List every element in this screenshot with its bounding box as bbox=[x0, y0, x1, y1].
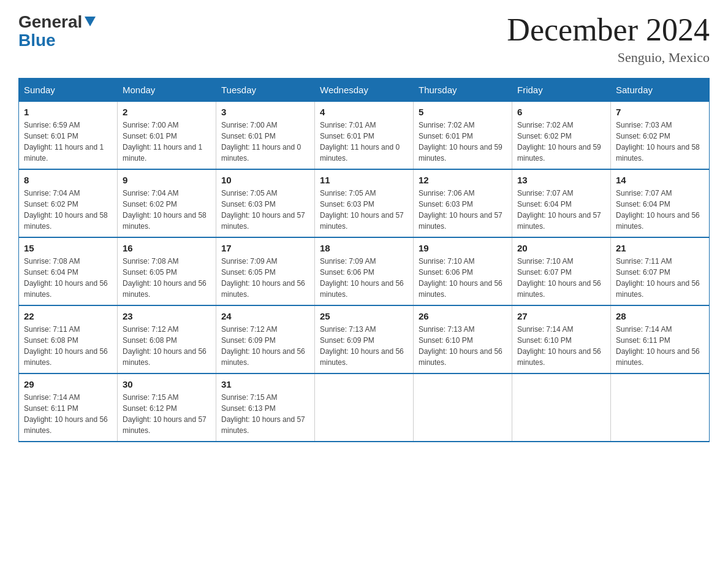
calendar-week-row: 29Sunrise: 7:14 AMSunset: 6:11 PMDayligh… bbox=[19, 373, 710, 442]
calendar-cell: 24Sunrise: 7:12 AMSunset: 6:09 PMDayligh… bbox=[216, 305, 315, 373]
day-number: 11 bbox=[320, 175, 408, 185]
calendar-cell: 22Sunrise: 7:11 AMSunset: 6:08 PMDayligh… bbox=[19, 305, 118, 373]
day-number: 10 bbox=[221, 175, 309, 185]
day-info: Sunrise: 7:14 AMSunset: 6:10 PMDaylight:… bbox=[517, 324, 605, 368]
day-info: Sunrise: 7:00 AMSunset: 6:01 PMDaylight:… bbox=[123, 120, 211, 164]
day-info: Sunrise: 7:08 AMSunset: 6:04 PMDaylight:… bbox=[24, 256, 112, 300]
day-info: Sunrise: 7:10 AMSunset: 6:06 PMDaylight:… bbox=[419, 256, 507, 300]
calendar-cell: 29Sunrise: 7:14 AMSunset: 6:11 PMDayligh… bbox=[19, 373, 118, 442]
header-saturday: Saturday bbox=[611, 79, 710, 102]
day-number: 8 bbox=[24, 175, 112, 185]
day-info: Sunrise: 7:15 AMSunset: 6:13 PMDaylight:… bbox=[221, 392, 309, 436]
calendar-cell: 9Sunrise: 7:04 AMSunset: 6:02 PMDaylight… bbox=[118, 169, 216, 237]
day-number: 27 bbox=[517, 311, 605, 321]
day-info: Sunrise: 7:13 AMSunset: 6:10 PMDaylight:… bbox=[419, 324, 507, 368]
calendar-cell: 14Sunrise: 7:07 AMSunset: 6:04 PMDayligh… bbox=[611, 169, 710, 237]
svg-marker-0 bbox=[85, 17, 96, 26]
day-number: 9 bbox=[123, 175, 211, 185]
header-thursday: Thursday bbox=[414, 79, 512, 102]
day-info: Sunrise: 7:08 AMSunset: 6:05 PMDaylight:… bbox=[123, 256, 211, 300]
calendar-cell: 12Sunrise: 7:06 AMSunset: 6:03 PMDayligh… bbox=[414, 169, 512, 237]
header-friday: Friday bbox=[512, 79, 611, 102]
calendar-cell: 13Sunrise: 7:07 AMSunset: 6:04 PMDayligh… bbox=[512, 169, 611, 237]
day-number: 28 bbox=[616, 311, 704, 321]
day-number: 12 bbox=[419, 175, 507, 185]
day-info: Sunrise: 7:07 AMSunset: 6:04 PMDaylight:… bbox=[517, 188, 605, 232]
day-number: 20 bbox=[517, 243, 605, 253]
calendar-cell: 18Sunrise: 7:09 AMSunset: 6:06 PMDayligh… bbox=[315, 237, 414, 305]
day-number: 16 bbox=[123, 243, 211, 253]
day-number: 1 bbox=[24, 107, 112, 117]
day-info: Sunrise: 7:15 AMSunset: 6:12 PMDaylight:… bbox=[123, 392, 211, 436]
day-info: Sunrise: 7:06 AMSunset: 6:03 PMDaylight:… bbox=[419, 188, 507, 232]
day-info: Sunrise: 7:05 AMSunset: 6:03 PMDaylight:… bbox=[320, 188, 408, 232]
calendar-week-row: 1Sunrise: 6:59 AMSunset: 6:01 PMDaylight… bbox=[19, 102, 710, 170]
day-number: 17 bbox=[221, 243, 309, 253]
day-number: 18 bbox=[320, 243, 408, 253]
day-number: 15 bbox=[24, 243, 112, 253]
day-number: 5 bbox=[419, 107, 507, 117]
calendar-cell: 28Sunrise: 7:14 AMSunset: 6:11 PMDayligh… bbox=[611, 305, 710, 373]
calendar-cell: 25Sunrise: 7:13 AMSunset: 6:09 PMDayligh… bbox=[315, 305, 414, 373]
day-number: 29 bbox=[24, 379, 112, 389]
logo: General Blue bbox=[18, 12, 96, 49]
day-number: 6 bbox=[517, 107, 605, 117]
day-number: 31 bbox=[221, 379, 309, 389]
month-title: December 2024 bbox=[507, 12, 710, 47]
logo-general-text: General bbox=[18, 12, 82, 32]
header-sunday: Sunday bbox=[19, 79, 118, 102]
calendar-cell: 3Sunrise: 7:00 AMSunset: 6:01 PMDaylight… bbox=[216, 102, 315, 170]
calendar-cell: 17Sunrise: 7:09 AMSunset: 6:05 PMDayligh… bbox=[216, 237, 315, 305]
logo-blue-text: Blue bbox=[18, 32, 56, 49]
calendar-cell: 11Sunrise: 7:05 AMSunset: 6:03 PMDayligh… bbox=[315, 169, 414, 237]
location: Senguio, Mexico bbox=[507, 50, 710, 66]
day-number: 14 bbox=[616, 175, 704, 185]
day-info: Sunrise: 7:02 AMSunset: 6:02 PMDaylight:… bbox=[517, 120, 605, 164]
calendar-cell bbox=[414, 373, 512, 442]
day-number: 25 bbox=[320, 311, 408, 321]
calendar-cell: 23Sunrise: 7:12 AMSunset: 6:08 PMDayligh… bbox=[118, 305, 216, 373]
calendar-cell: 27Sunrise: 7:14 AMSunset: 6:10 PMDayligh… bbox=[512, 305, 611, 373]
day-number: 21 bbox=[616, 243, 704, 253]
calendar-week-row: 15Sunrise: 7:08 AMSunset: 6:04 PMDayligh… bbox=[19, 237, 710, 305]
calendar-cell: 16Sunrise: 7:08 AMSunset: 6:05 PMDayligh… bbox=[118, 237, 216, 305]
calendar-header-row: SundayMondayTuesdayWednesdayThursdayFrid… bbox=[19, 79, 710, 102]
day-info: Sunrise: 7:09 AMSunset: 6:05 PMDaylight:… bbox=[221, 256, 309, 300]
day-info: Sunrise: 7:04 AMSunset: 6:02 PMDaylight:… bbox=[123, 188, 211, 232]
calendar-cell bbox=[315, 373, 414, 442]
calendar-cell: 1Sunrise: 6:59 AMSunset: 6:01 PMDaylight… bbox=[19, 102, 118, 170]
day-info: Sunrise: 7:12 AMSunset: 6:09 PMDaylight:… bbox=[221, 324, 309, 368]
day-info: Sunrise: 7:12 AMSunset: 6:08 PMDaylight:… bbox=[123, 324, 211, 368]
day-info: Sunrise: 7:02 AMSunset: 6:01 PMDaylight:… bbox=[419, 120, 507, 164]
day-info: Sunrise: 7:03 AMSunset: 6:02 PMDaylight:… bbox=[616, 120, 704, 164]
calendar-table: SundayMondayTuesdayWednesdayThursdayFrid… bbox=[18, 78, 710, 442]
title-block: December 2024 Senguio, Mexico bbox=[507, 12, 710, 66]
header-tuesday: Tuesday bbox=[216, 79, 315, 102]
day-number: 22 bbox=[24, 311, 112, 321]
calendar-cell: 5Sunrise: 7:02 AMSunset: 6:01 PMDaylight… bbox=[414, 102, 512, 170]
day-number: 3 bbox=[221, 107, 309, 117]
calendar-cell bbox=[512, 373, 611, 442]
day-info: Sunrise: 7:14 AMSunset: 6:11 PMDaylight:… bbox=[616, 324, 704, 368]
day-info: Sunrise: 7:11 AMSunset: 6:07 PMDaylight:… bbox=[616, 256, 704, 300]
day-number: 23 bbox=[123, 311, 211, 321]
calendar-cell: 2Sunrise: 7:00 AMSunset: 6:01 PMDaylight… bbox=[118, 102, 216, 170]
calendar-cell: 21Sunrise: 7:11 AMSunset: 6:07 PMDayligh… bbox=[611, 237, 710, 305]
header-wednesday: Wednesday bbox=[315, 79, 414, 102]
logo-arrow-icon bbox=[85, 17, 96, 29]
day-number: 30 bbox=[123, 379, 211, 389]
day-info: Sunrise: 7:00 AMSunset: 6:01 PMDaylight:… bbox=[221, 120, 309, 164]
day-info: Sunrise: 7:01 AMSunset: 6:01 PMDaylight:… bbox=[320, 120, 408, 164]
day-number: 7 bbox=[616, 107, 704, 117]
day-info: Sunrise: 7:05 AMSunset: 6:03 PMDaylight:… bbox=[221, 188, 309, 232]
day-number: 4 bbox=[320, 107, 408, 117]
calendar-week-row: 8Sunrise: 7:04 AMSunset: 6:02 PMDaylight… bbox=[19, 169, 710, 237]
calendar-cell: 20Sunrise: 7:10 AMSunset: 6:07 PMDayligh… bbox=[512, 237, 611, 305]
day-info: Sunrise: 7:11 AMSunset: 6:08 PMDaylight:… bbox=[24, 324, 112, 368]
day-info: Sunrise: 7:07 AMSunset: 6:04 PMDaylight:… bbox=[616, 188, 704, 232]
day-number: 13 bbox=[517, 175, 605, 185]
day-number: 24 bbox=[221, 311, 309, 321]
day-info: Sunrise: 7:14 AMSunset: 6:11 PMDaylight:… bbox=[24, 392, 112, 436]
calendar-cell: 8Sunrise: 7:04 AMSunset: 6:02 PMDaylight… bbox=[19, 169, 118, 237]
day-info: Sunrise: 6:59 AMSunset: 6:01 PMDaylight:… bbox=[24, 120, 112, 164]
